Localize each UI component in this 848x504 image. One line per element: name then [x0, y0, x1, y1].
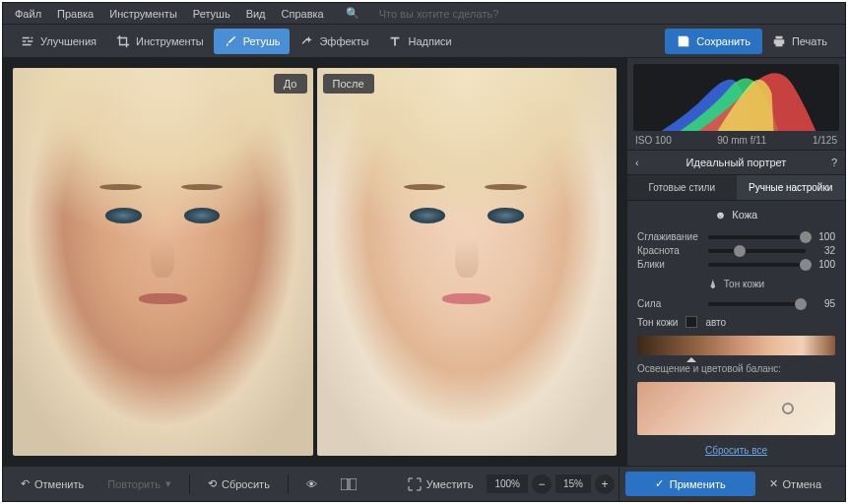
- sliders-icon: [21, 34, 34, 48]
- zoom-out-button[interactable]: −: [532, 474, 552, 494]
- slider-redness[interactable]: [708, 249, 806, 253]
- close-icon: ✕: [769, 477, 778, 490]
- slider-smoothing-value: 100: [812, 231, 835, 242]
- subtab-manual[interactable]: Ручные настройки: [737, 175, 846, 200]
- sidebar: ISO 100 90 mm f/11 1/125 ‹ Идеальный пор…: [626, 58, 845, 466]
- subtab-presets[interactable]: Готовые стили: [627, 175, 737, 200]
- image-metadata: ISO 100 90 mm f/11 1/125: [627, 131, 845, 150]
- slider-glare-label: Блики: [637, 259, 702, 270]
- save-icon: [677, 34, 690, 48]
- slider-strength-value: 95: [812, 298, 835, 309]
- panel-header: ‹ Идеальный портрет ?: [627, 150, 845, 175]
- zoom-in-button[interactable]: +: [595, 474, 615, 494]
- preview-toggle[interactable]: 👁: [296, 473, 327, 495]
- image-before[interactable]: До: [13, 68, 313, 456]
- apply-button[interactable]: ✓Применить: [625, 472, 755, 496]
- wand-icon: [299, 34, 313, 48]
- light-marker[interactable]: [782, 403, 794, 414]
- print-icon: [772, 34, 786, 48]
- slider-redness-label: Краснота: [637, 245, 702, 256]
- menu-file[interactable]: Файл: [7, 5, 49, 23]
- crop-icon: [116, 34, 130, 48]
- light-balance-picker[interactable]: [637, 382, 835, 435]
- compare-icon: [341, 478, 357, 490]
- section-light-label: Освещение и цветовой баланс:: [627, 359, 845, 378]
- tone-marker[interactable]: [686, 352, 696, 362]
- slider-strength-label: Сила: [637, 298, 702, 309]
- histogram[interactable]: [633, 64, 839, 131]
- save-button[interactable]: Сохранить: [665, 29, 762, 54]
- slider-strength[interactable]: [708, 302, 806, 306]
- tab-enhance[interactable]: Улучшения: [11, 29, 106, 54]
- tab-text[interactable]: Надписи: [378, 29, 461, 54]
- slider-smoothing-label: Сглаживание: [637, 231, 702, 242]
- meta-iso: ISO 100: [635, 135, 672, 146]
- menu-tools[interactable]: Инструменты: [101, 5, 185, 23]
- canvas-area: До После: [3, 58, 626, 466]
- drop-icon: 🌢: [708, 279, 718, 289]
- bottombar: ↶Отменить Повторить▾ ⟲Сбросить 👁 Уместит…: [3, 466, 845, 501]
- zoom-100[interactable]: 100%: [487, 474, 528, 493]
- skin-tone-picker[interactable]: [637, 336, 835, 355]
- svg-rect-0: [341, 478, 348, 490]
- fit-button[interactable]: Уместить: [398, 472, 484, 496]
- tab-effects[interactable]: Эффекты: [290, 29, 378, 54]
- face-icon: ☻: [715, 209, 727, 220]
- panel-title: Идеальный портрет: [651, 157, 821, 168]
- search-input[interactable]: Что вы хотите сделать?: [371, 5, 507, 23]
- toolbar: Улучшения Инструменты Ретушь Эффекты Над…: [3, 25, 845, 58]
- meta-focal: 90 mm f/11: [717, 135, 766, 146]
- tab-retouch[interactable]: Ретушь: [214, 29, 291, 54]
- print-button[interactable]: Печать: [762, 29, 837, 54]
- undo-icon: ↶: [21, 477, 30, 490]
- section-skin: ☻Кожа: [627, 201, 845, 228]
- menu-help[interactable]: Справка: [274, 5, 332, 23]
- eye-icon: 👁: [306, 478, 317, 490]
- compare-toggle[interactable]: [331, 473, 366, 495]
- reset-all-link[interactable]: Сбросить все: [627, 439, 845, 462]
- slider-glare[interactable]: [708, 263, 806, 267]
- slider-redness-value: 32: [812, 245, 835, 256]
- menu-retouch[interactable]: Ретушь: [185, 5, 238, 23]
- slider-smoothing[interactable]: [708, 235, 806, 239]
- back-button[interactable]: ‹: [635, 157, 651, 168]
- reset-button[interactable]: ⟲Сбросить: [198, 472, 280, 495]
- reset-icon: ⟲: [208, 477, 217, 490]
- meta-shutter: 1/125: [813, 135, 837, 146]
- brush-icon: [224, 34, 237, 48]
- svg-rect-1: [350, 478, 357, 490]
- search-icon: 🔍: [338, 4, 367, 23]
- badge-before: До: [274, 74, 307, 94]
- image-after[interactable]: После: [317, 68, 618, 456]
- badge-after: После: [323, 74, 374, 94]
- undo-button[interactable]: ↶Отменить: [11, 472, 94, 495]
- section-tone: 🌢Тон кожи: [627, 273, 845, 295]
- cancel-button[interactable]: ✕Отмена: [759, 472, 831, 496]
- fit-icon: [408, 477, 422, 491]
- menu-view[interactable]: Вид: [238, 5, 274, 23]
- text-icon: [388, 34, 402, 48]
- zoom-current[interactable]: 15%: [555, 474, 591, 493]
- menubar: Файл Правка Инструменты Ретушь Вид Справ…: [3, 3, 845, 25]
- chevron-down-icon: ▾: [165, 477, 171, 490]
- redo-button[interactable]: Повторить▾: [98, 472, 181, 495]
- menu-edit[interactable]: Правка: [49, 5, 101, 23]
- help-button[interactable]: ?: [821, 157, 837, 168]
- auto-label: авто: [705, 317, 726, 328]
- auto-checkbox[interactable]: [685, 316, 697, 328]
- slider-glare-value: 100: [812, 259, 835, 270]
- check-icon: ✓: [655, 477, 664, 490]
- tone-label: Тон кожи: [637, 317, 678, 328]
- tab-tools[interactable]: Инструменты: [106, 29, 214, 54]
